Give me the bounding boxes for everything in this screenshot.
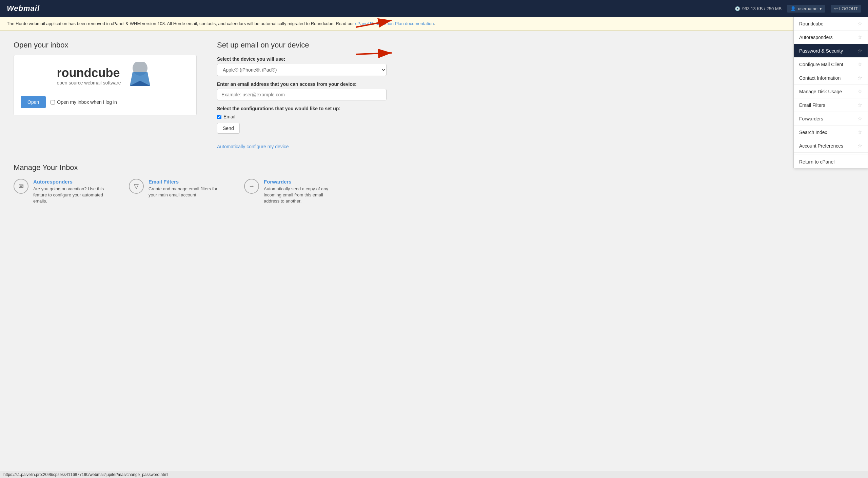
- forward-icon: →: [244, 179, 259, 194]
- star-icon-forwarders[interactable]: ☆: [857, 115, 862, 122]
- user-menu[interactable]: 👤 username ▾: [787, 5, 825, 13]
- dropdown-item-autoresponders[interactable]: Autoresponders ☆: [794, 31, 868, 44]
- auto-open-checkbox[interactable]: [51, 100, 55, 104]
- email-config-label: Email: [223, 114, 235, 119]
- config-section: Select the configurations that you would…: [217, 106, 387, 134]
- device-select-group: Select the device you will use: Apple® (…: [217, 56, 387, 76]
- open-inbox-section: Open your inbox roundcube open source we…: [14, 41, 197, 150]
- config-label: Select the configurations that you would…: [217, 106, 387, 111]
- notification-text: The Horde webmail application has been r…: [7, 21, 354, 26]
- logout-button[interactable]: ↩ LOGOUT: [831, 5, 861, 13]
- star-icon-email-filters[interactable]: ☆: [857, 102, 862, 108]
- dropdown-item-email-filters[interactable]: Email Filters ☆: [794, 98, 868, 112]
- inbox-card: roundcube open source webmail software O…: [14, 55, 197, 115]
- manage-item-email-filters: ▽ Email Filters Create and manage email …: [129, 179, 224, 205]
- email-config-checkbox-row: Email: [217, 114, 387, 119]
- dropdown-item-contact-information[interactable]: Contact Information ☆: [794, 71, 868, 85]
- notification-link[interactable]: cPanel Deprecation Plan documentation: [355, 21, 434, 26]
- setup-section-title: Set up email on your device: [217, 41, 387, 50]
- star-icon-manage-disk-usage[interactable]: ☆: [857, 88, 862, 95]
- star-icon-autoresponders[interactable]: ☆: [857, 34, 862, 40]
- roundcube-name: roundcube: [57, 66, 121, 80]
- forwarders-desc: Automatically send a copy of any incomin…: [264, 186, 339, 205]
- device-setup-section: Set up email on your device Select the d…: [217, 41, 387, 150]
- inbox-section-title: Open your inbox: [14, 41, 197, 50]
- manage-item-content-filters: Email Filters Create and manage email fi…: [149, 179, 224, 198]
- star-icon-configure-mail-client[interactable]: ☆: [857, 61, 862, 68]
- header: Webmail 💿 993.13 KB / 250 MB 👤 username …: [0, 0, 868, 17]
- manage-item-autoresponders: ✉ Autoresponders Are you going on vacati…: [14, 179, 108, 205]
- dropdown-item-manage-disk-usage[interactable]: Manage Disk Usage ☆: [794, 85, 868, 98]
- email-field[interactable]: [217, 89, 387, 100]
- dropdown-menu: Roundcube ☆ Autoresponders ☆ Password & …: [793, 17, 868, 168]
- header-right: 💿 993.13 KB / 250 MB 👤 username ▾ ↩ LOGO…: [735, 5, 861, 13]
- manage-inbox-section: Manage Your Inbox ✉ Autoresponders Are y…: [14, 163, 393, 205]
- inbox-actions: Open Open my inbox when I log in: [21, 96, 190, 108]
- disk-icon: 💿: [735, 6, 740, 11]
- top-row: Open your inbox roundcube open source we…: [14, 41, 393, 150]
- autoresponders-desc: Are you going on vacation? Use this feat…: [33, 186, 108, 205]
- email-filters-desc: Create and manage email filters for your…: [149, 186, 224, 198]
- star-icon-account-preferences[interactable]: ☆: [857, 142, 862, 149]
- email-config-checkbox[interactable]: [217, 115, 221, 119]
- status-url: https://s1.palvelin.pro:2096/cpsess41168…: [3, 472, 168, 477]
- chevron-down-icon: ▾: [820, 6, 822, 11]
- autoresponders-link[interactable]: Autoresponders: [33, 179, 108, 185]
- send-button[interactable]: Send: [217, 123, 240, 134]
- manage-grid: ✉ Autoresponders Are you going on vacati…: [14, 179, 393, 205]
- device-label: Select the device you will use:: [217, 56, 387, 62]
- roundcube-subtitle: open source webmail software: [57, 80, 121, 85]
- email-label: Enter an email address that you can acce…: [217, 81, 387, 87]
- star-icon-contact-information[interactable]: ☆: [857, 75, 862, 81]
- dropdown-item-configure-mail-client[interactable]: Configure Mail Client ☆: [794, 58, 868, 71]
- dropdown-item-account-preferences[interactable]: Account Preferences ☆: [794, 139, 868, 153]
- manage-item-forwarders: → Forwarders Automatically send a copy o…: [244, 179, 339, 205]
- webmail-logo: Webmail: [7, 4, 40, 13]
- star-icon-roundcube[interactable]: ☆: [857, 20, 862, 27]
- dropdown-item-forwarders[interactable]: Forwarders ☆: [794, 112, 868, 126]
- storage-indicator: 💿 993.13 KB / 250 MB: [735, 6, 782, 11]
- star-icon-password-security[interactable]: ☆: [857, 47, 862, 54]
- envelope-icon: ✉: [14, 179, 28, 194]
- manage-section-title: Manage Your Inbox: [14, 163, 393, 172]
- manage-item-content-forwarders: Forwarders Automatically send a copy of …: [264, 179, 339, 205]
- device-select[interactable]: Apple® (iPhone®, iPad®): [217, 64, 387, 76]
- auto-config-link[interactable]: Automatically configure my device: [217, 144, 289, 149]
- dropdown-divider: [794, 154, 868, 154]
- star-icon-search-index[interactable]: ☆: [857, 129, 862, 135]
- dropdown-item-roundcube[interactable]: Roundcube ☆: [794, 17, 868, 31]
- email-filters-link[interactable]: Email Filters: [149, 179, 224, 185]
- logout-icon: ↩: [834, 6, 838, 11]
- dropdown-item-search-index[interactable]: Search Index ☆: [794, 126, 868, 139]
- open-inbox-button[interactable]: Open: [21, 96, 46, 108]
- manage-item-content-autoresponders: Autoresponders Are you going on vacation…: [33, 179, 108, 205]
- roundcube-text: roundcube open source webmail software: [57, 66, 121, 85]
- status-bar: https://s1.palvelin.pro:2096/cpsess41168…: [0, 471, 868, 478]
- forwarders-link[interactable]: Forwarders: [264, 179, 339, 185]
- return-to-cpanel[interactable]: Return to cPanel: [794, 156, 868, 168]
- filter-icon: ▽: [129, 179, 144, 194]
- user-icon: 👤: [790, 6, 796, 11]
- auto-open-label[interactable]: Open my inbox when I log in: [51, 99, 117, 105]
- roundcube-logo-icon: [126, 62, 154, 89]
- dropdown-item-password-security[interactable]: Password & Security ☆: [794, 44, 868, 58]
- notification-banner: The Horde webmail application has been r…: [0, 17, 868, 31]
- roundcube-logo-area: roundcube open source webmail software: [57, 62, 153, 89]
- email-input-group: Enter an email address that you can acce…: [217, 81, 387, 100]
- main-content: Open your inbox roundcube open source we…: [0, 31, 407, 215]
